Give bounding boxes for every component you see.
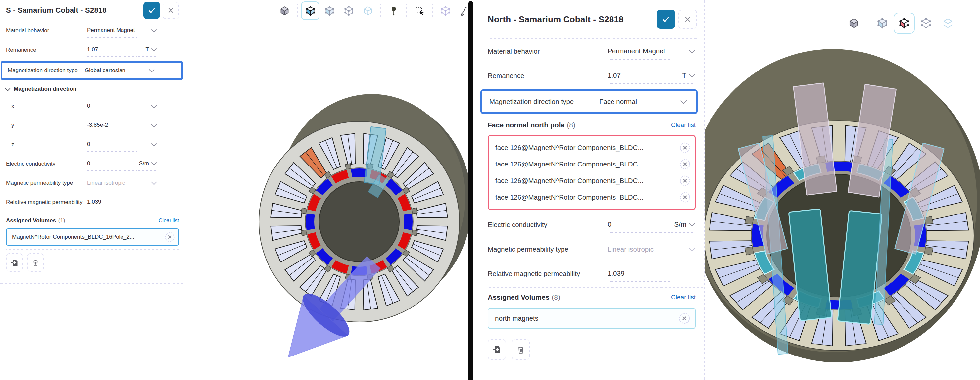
toolbar-separator bbox=[406, 4, 407, 17]
relative-magnetic-permeability-input[interactable]: 1.039 bbox=[87, 195, 137, 209]
section-title: Magnetization direction bbox=[14, 86, 76, 92]
chevron-down-icon[interactable] bbox=[151, 103, 157, 108]
section-magnetization-direction[interactable]: Magnetization direction bbox=[6, 81, 184, 97]
field-electric-conductivity: Electric conductivity 0 S/m bbox=[6, 154, 184, 173]
magnetization-direction-type-select[interactable]: Global cartesian bbox=[85, 64, 134, 77]
cube-body-select-button[interactable] bbox=[301, 1, 320, 20]
unit-select[interactable]: S/m bbox=[670, 216, 694, 233]
remanence-input[interactable]: 1.07 bbox=[608, 68, 670, 84]
magnetization-direction-type-select[interactable]: Face normal bbox=[599, 94, 662, 110]
delete-button[interactable] bbox=[512, 339, 530, 360]
cube-wireframe-button[interactable] bbox=[915, 13, 937, 34]
viewport-right-3d[interactable] bbox=[705, 0, 980, 380]
cube-vertex-button[interactable] bbox=[320, 1, 339, 20]
face-list-item[interactable]: face 126@MagnetN^Rotor Components_BLDC..… bbox=[495, 139, 690, 156]
face-list-item[interactable]: face 126@MagnetN^Rotor Components_BLDC..… bbox=[495, 189, 690, 205]
toolbar-separator bbox=[297, 4, 298, 17]
chevron-down-icon bbox=[689, 220, 695, 227]
confirm-button[interactable] bbox=[143, 2, 160, 19]
cube-wireframe-icon bbox=[920, 17, 932, 29]
cube-solid-button[interactable] bbox=[275, 1, 294, 20]
remove-chip-icon[interactable] bbox=[678, 312, 690, 324]
import-icon bbox=[492, 345, 502, 355]
motor-3d-view-left[interactable] bbox=[185, 0, 468, 380]
remove-face-icon[interactable] bbox=[679, 142, 690, 153]
panel-header: S - Samarium Cobalt - S2818 bbox=[6, 0, 179, 21]
check-icon bbox=[662, 15, 670, 24]
cube-wireframe-button[interactable] bbox=[339, 1, 358, 20]
chevron-down-icon[interactable] bbox=[151, 27, 157, 33]
cube-ghost-button[interactable] bbox=[359, 1, 377, 20]
unit-select[interactable]: T bbox=[670, 68, 694, 84]
field-z: z 0 bbox=[6, 135, 184, 154]
chevron-down-icon[interactable] bbox=[151, 141, 157, 147]
box-select-button[interactable] bbox=[410, 1, 429, 20]
clear-list-link[interactable]: Clear list bbox=[671, 121, 695, 129]
chevron-down-icon[interactable] bbox=[5, 86, 11, 91]
motor-3d-view-right[interactable] bbox=[705, 0, 980, 380]
remove-face-icon[interactable] bbox=[679, 175, 690, 186]
highlighted-field-box: Magnetization direction type Global cart… bbox=[1, 61, 183, 80]
import-assignment-button[interactable] bbox=[6, 253, 22, 272]
field-label: Magnetic permeability type bbox=[6, 180, 87, 186]
chevron-down-icon[interactable] bbox=[149, 67, 154, 73]
magnetic-permeability-type-select[interactable]: Linear isotropic bbox=[87, 176, 137, 190]
chevron-down-icon[interactable] bbox=[151, 122, 157, 127]
cancel-button[interactable] bbox=[162, 2, 179, 19]
field-magnetization-direction-type: Magnetization direction type Face normal bbox=[489, 91, 696, 112]
electric-conductivity-input[interactable]: 0 bbox=[87, 157, 137, 171]
remove-chip-icon[interactable] bbox=[165, 232, 175, 242]
relative-magnetic-permeability-input[interactable]: 1.039 bbox=[608, 266, 670, 282]
clear-list-link[interactable]: Clear list bbox=[159, 218, 179, 224]
face-normal-list: face 126@MagnetN^Rotor Components_BLDC..… bbox=[488, 135, 695, 210]
field-label: Material behavior bbox=[6, 27, 87, 34]
highlighted-field-box: Magnetization direction type Face normal bbox=[480, 89, 698, 114]
unit-select[interactable]: S/m bbox=[137, 157, 156, 171]
material-behavior-select[interactable]: Permanent Magnet bbox=[87, 24, 137, 38]
face-item-label: face 126@MagnetN^Rotor Components_BLDC..… bbox=[495, 144, 679, 152]
chevron-down-icon bbox=[151, 46, 157, 52]
confirm-button[interactable] bbox=[657, 10, 675, 29]
cube-face-select-button[interactable] bbox=[894, 13, 915, 34]
y-input[interactable]: -3.85e-2 bbox=[87, 119, 137, 132]
field-label: Magnetic permeability type bbox=[488, 245, 608, 253]
clear-list-link[interactable]: Clear list bbox=[671, 294, 695, 301]
probe-button[interactable] bbox=[384, 1, 403, 20]
field-x: x 0 bbox=[6, 97, 184, 116]
chevron-down-icon[interactable] bbox=[689, 47, 695, 54]
remove-face-icon[interactable] bbox=[679, 192, 690, 203]
magnetic-permeability-type-select[interactable]: Linear isotropic bbox=[608, 241, 670, 257]
assigned-volumes-header: Assigned Volumes (1) Clear list bbox=[6, 214, 184, 228]
face-list-item[interactable]: face 126@MagnetN^Rotor Components_BLDC..… bbox=[495, 172, 690, 189]
x-input[interactable]: 0 bbox=[87, 99, 137, 113]
workspace-divider[interactable] bbox=[468, 1, 473, 380]
import-assignment-button[interactable] bbox=[488, 339, 506, 360]
z-input[interactable]: 0 bbox=[87, 138, 137, 152]
remove-face-icon[interactable] bbox=[679, 159, 690, 170]
face-list-item[interactable]: face 126@MagnetN^Rotor Components_BLDC..… bbox=[495, 156, 690, 172]
assigned-volumes-count: (1) bbox=[58, 218, 159, 224]
delete-button[interactable] bbox=[27, 253, 44, 272]
material-behavior-select[interactable]: Permanent Magnet bbox=[608, 43, 670, 60]
cancel-button[interactable] bbox=[678, 10, 697, 29]
cube-vertex-button[interactable] bbox=[872, 13, 893, 34]
app-window: S - Samarium Cobalt - S2818 Material beh… bbox=[0, 0, 980, 380]
chip-label: MagnetN^Rotor Components_BLDC_16Pole_2..… bbox=[12, 234, 165, 240]
field-magnetization-direction-type: Magnetization direction type Global cart… bbox=[8, 62, 181, 78]
cube-lattice-button[interactable] bbox=[436, 1, 455, 20]
cube-solid-button[interactable] bbox=[843, 13, 864, 34]
assigned-volume-chip[interactable]: MagnetN^Rotor Components_BLDC_16Pole_2..… bbox=[6, 228, 179, 246]
sketch-icon bbox=[460, 6, 470, 16]
remanence-input[interactable]: 1.07 bbox=[87, 43, 137, 57]
chevron-down-icon[interactable] bbox=[680, 97, 687, 104]
unit-label: T bbox=[682, 72, 686, 79]
electric-conductivity-input[interactable]: 0 bbox=[608, 216, 670, 233]
assigned-volumes-label: Assigned Volumes bbox=[6, 218, 56, 224]
unit-select[interactable]: T bbox=[137, 43, 156, 57]
assigned-volume-chip[interactable]: north magnets bbox=[488, 308, 695, 329]
chip-label: north magnets bbox=[495, 315, 678, 323]
cube-ghost-button[interactable] bbox=[937, 13, 958, 34]
face-item-label: face 126@MagnetN^Rotor Components_BLDC..… bbox=[495, 160, 679, 168]
field-y: y -3.85e-2 bbox=[6, 116, 184, 135]
viewport-left-3d[interactable] bbox=[185, 0, 468, 380]
